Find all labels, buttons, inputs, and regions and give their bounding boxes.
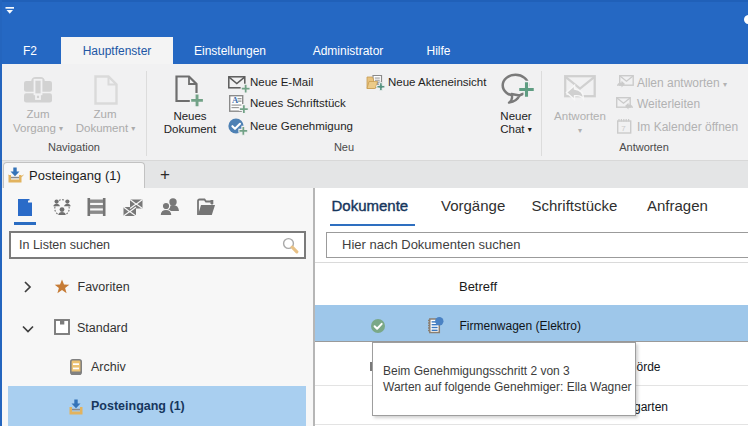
svg-text:A: A <box>232 95 239 105</box>
svg-text:7: 7 <box>621 124 626 133</box>
